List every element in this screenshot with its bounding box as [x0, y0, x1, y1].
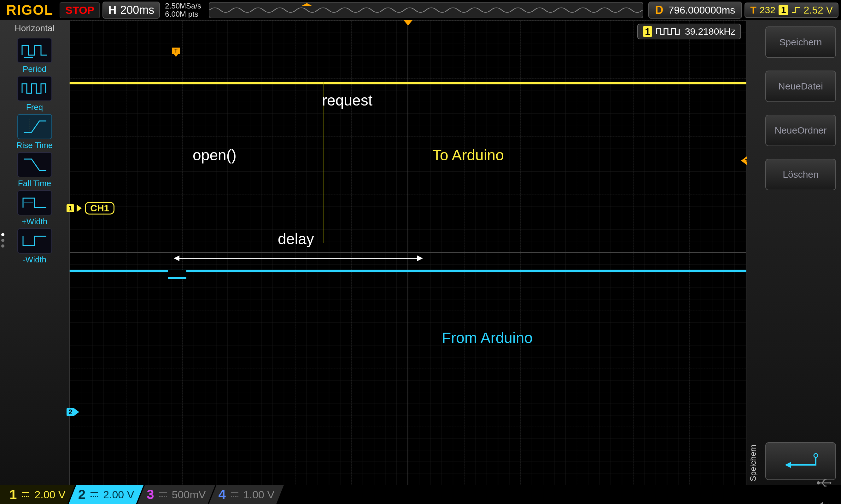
dc-coupling-icon — [158, 489, 168, 500]
trigger-position-top-icon — [403, 20, 413, 26]
sample-rate: 2.50MSa/s — [165, 2, 201, 10]
channel-scale: 2.00 V — [103, 489, 134, 501]
channel-scale: 500mV — [172, 489, 206, 501]
delay-value: 796.000000ms — [669, 4, 735, 16]
enter-button[interactable] — [765, 442, 836, 480]
svg-marker-31 — [830, 481, 831, 485]
right-panel-title: Speichern — [746, 20, 760, 485]
period-icon — [17, 38, 52, 63]
trigger-t-marker-icon: T — [171, 48, 181, 57]
svg-marker-17 — [174, 255, 179, 261]
ch1-badge: 1 — [67, 204, 74, 212]
rising-edge-icon — [791, 6, 800, 15]
left-measure-panel: Horizontal Period Freq Rise Time Fall T — [0, 20, 69, 485]
run-state[interactable]: STOP — [59, 2, 100, 18]
svg-marker-18 — [417, 255, 423, 261]
delay-block[interactable]: D 796.000000ms — [648, 2, 742, 19]
timebase-block[interactable]: H 200ms — [102, 2, 160, 19]
new-file-button[interactable]: NeueDatei — [765, 71, 836, 102]
ch2-badge: 2 — [67, 408, 74, 416]
freq-counter: 1 39.2180kHz — [637, 24, 741, 39]
svg-marker-8 — [403, 20, 413, 25]
measure-label: +Width — [22, 217, 48, 227]
channel-number: 3 — [147, 487, 154, 502]
square-wave-icon — [656, 28, 681, 36]
channel-number: 1 — [10, 487, 17, 502]
trigger-level: 2.52 V — [804, 4, 833, 16]
freq-icon — [17, 76, 52, 101]
channel-number: 4 — [218, 487, 225, 502]
grid — [70, 20, 746, 485]
delay-arrow — [174, 254, 423, 263]
dc-coupling-icon — [20, 489, 31, 500]
measure-rise-time[interactable]: Rise Time — [13, 114, 57, 150]
freq-channel-badge: 1 — [643, 26, 652, 37]
measure-label: -Width — [23, 255, 46, 265]
rise-time-icon — [17, 114, 52, 139]
arrow-right-icon — [74, 408, 80, 416]
channel-2-tab[interactable]: 2 2.00 V — [69, 485, 144, 504]
channel-1-tab[interactable]: 1 2.00 V — [0, 485, 75, 504]
measure-label: Rise Time — [16, 141, 53, 150]
freq-value: 39.2180kHz — [685, 26, 735, 37]
delay-label: D — [655, 3, 664, 17]
ch1-label: CH1 — [85, 202, 115, 215]
measure-pos-width[interactable]: +Width — [13, 190, 57, 227]
trigger-label: T — [750, 4, 756, 16]
annotation-to-arduino: To Arduino — [432, 146, 504, 164]
measure-label: Freq — [26, 102, 43, 112]
page-indicator — [1, 233, 4, 248]
annotation-from-arduino: From Arduino — [442, 329, 533, 346]
measure-freq[interactable]: Freq — [13, 76, 57, 112]
neg-width-icon — [17, 228, 52, 254]
ch1-trace — [70, 82, 746, 84]
annotation-delay: delay — [278, 230, 314, 248]
svg-text:T: T — [174, 48, 177, 54]
speaker-mute-icon — [816, 500, 830, 504]
trigger-num: 232 — [760, 5, 775, 15]
svg-marker-14 — [76, 204, 82, 212]
ch2-trace — [70, 270, 746, 272]
bottom-channel-bar: 1 2.00 V 2 2.00 V 3 500mV 4 1.00 V — [0, 485, 841, 504]
dc-coupling-icon — [229, 489, 240, 500]
brand-logo: RIGOL — [2, 2, 57, 18]
timebase-label: H — [108, 3, 116, 17]
channel-scale: 1.00 V — [243, 489, 274, 501]
pos-width-icon — [17, 190, 52, 215]
arrow-right-icon — [76, 204, 82, 212]
svg-marker-15 — [74, 408, 79, 416]
ch1-ground-marker: 1 CH1 — [67, 202, 115, 215]
fall-time-icon — [17, 152, 52, 177]
annotation-request: request — [322, 92, 373, 109]
enter-arrow-icon — [782, 452, 820, 471]
status-icons — [806, 476, 841, 504]
trigger-channel-badge: 1 — [778, 5, 789, 15]
mem-depth: 6.00M pts — [165, 10, 201, 18]
channel-4-tab[interactable]: 4 1.00 V — [209, 485, 284, 504]
trigger-block[interactable]: T 232 1 2.52 V — [744, 2, 839, 18]
delete-button[interactable]: Löschen — [765, 159, 836, 190]
save-button[interactable]: Speichern — [765, 26, 836, 58]
usb-icon — [816, 476, 831, 489]
channel-number: 2 — [78, 487, 85, 502]
timebase-value: 200ms — [120, 3, 154, 17]
waveform-overview[interactable] — [209, 2, 643, 18]
channel-3-tab[interactable]: 3 500mV — [137, 485, 215, 504]
measure-label: Fall Time — [18, 179, 51, 188]
measure-label: Period — [23, 64, 46, 74]
main-area: Horizontal Period Freq Rise Time Fall T — [0, 20, 841, 485]
measure-neg-width[interactable]: -Width — [13, 228, 57, 265]
acquisition-info: 2.50MSa/s 6.00M pts — [162, 2, 204, 19]
channel-scale: 2.00 V — [34, 489, 65, 501]
annotation-open: open() — [193, 146, 237, 164]
svg-point-19 — [814, 454, 818, 457]
left-panel-title: Horizontal — [15, 22, 54, 36]
waveform-display[interactable]: T T 1 CH1 2 1 39.2180kHz request open() … — [69, 20, 746, 485]
measure-fall-time[interactable]: Fall Time — [13, 152, 57, 188]
new-folder-button[interactable]: NeueOrdner — [765, 115, 836, 146]
svg-marker-20 — [785, 462, 791, 468]
ch2-ground-marker: 2 — [67, 408, 80, 416]
right-panel: Speichern Speichern NeueDatei NeueOrdner… — [746, 20, 841, 485]
measure-period[interactable]: Period — [13, 38, 57, 74]
svg-marker-10 — [174, 54, 178, 57]
